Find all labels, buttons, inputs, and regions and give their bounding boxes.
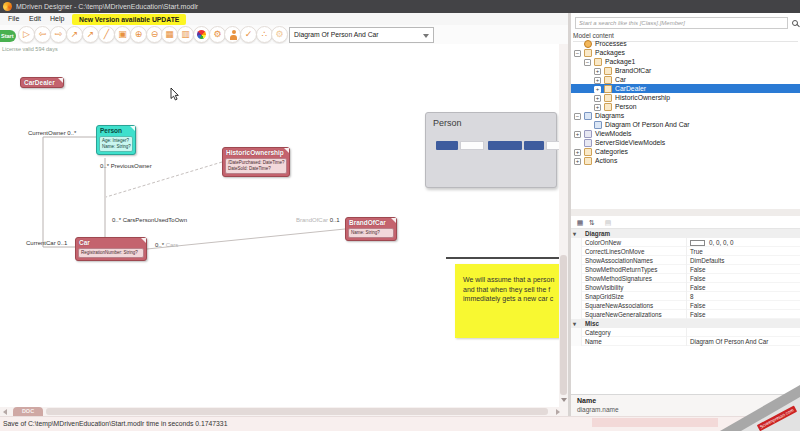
collapse-icon[interactable] bbox=[584, 59, 591, 66]
class-box-cardealer[interactable]: CarDealer bbox=[20, 77, 64, 88]
validate-check-icon[interactable]: ✓ bbox=[240, 26, 257, 43]
categorized-view-icon[interactable]: ▦ bbox=[575, 218, 585, 228]
tree-item-brandofcar[interactable]: BrandOfCar bbox=[571, 66, 800, 75]
preview-field[interactable] bbox=[460, 141, 484, 150]
preview-button[interactable] bbox=[436, 141, 458, 150]
scroll-right-icon[interactable] bbox=[556, 409, 560, 415]
property-value[interactable]: False bbox=[690, 275, 705, 282]
property-row-showmethodsignatures: ShowMethodSignaturesFalse bbox=[571, 274, 800, 283]
new-frame-icon[interactable]: ▣ bbox=[114, 26, 131, 43]
color-swatch[interactable] bbox=[690, 240, 705, 246]
property-row-squarenewassociations: SquareNewAssociationsFalse bbox=[571, 301, 800, 310]
collapse-icon[interactable] bbox=[574, 50, 581, 57]
class-attributes: /DatePurchased: DateTime? DateSold: Date… bbox=[225, 158, 287, 174]
tree-item-historicownership[interactable]: HistoricOwnership bbox=[571, 93, 800, 102]
scrollbar-thumb[interactable] bbox=[560, 255, 567, 395]
class-box-car[interactable]: Car RegistrationNumber: String? bbox=[75, 237, 147, 261]
categories-icon bbox=[584, 148, 592, 156]
settings-gear-icon[interactable]: ⚙ bbox=[271, 26, 288, 43]
grid-view-icon[interactable]: ▦ bbox=[161, 26, 178, 43]
scroll-down-icon[interactable] bbox=[561, 398, 567, 402]
panel-splitter[interactable] bbox=[571, 209, 800, 216]
expand-icon[interactable] bbox=[594, 86, 601, 93]
note-top-edge bbox=[446, 257, 568, 259]
scroll-left-icon[interactable] bbox=[3, 409, 7, 415]
expand-icon[interactable] bbox=[594, 68, 601, 75]
tree-item-serversideviewmodels[interactable]: ServerSideViewModels bbox=[571, 138, 800, 147]
start-button[interactable]: Start bbox=[0, 30, 16, 42]
property-value[interactable]: False bbox=[690, 266, 705, 273]
tree-item-diagram-of-person-and-car[interactable]: Diagram Of Person And Car bbox=[571, 120, 800, 129]
mdriven-logo-icon bbox=[3, 2, 12, 11]
menu-file[interactable]: File bbox=[8, 15, 19, 22]
class-box-person[interactable]: Person Age: Integer? Name: String? bbox=[96, 125, 136, 155]
tree-item-actions[interactable]: Actions bbox=[571, 156, 800, 165]
tree-item-packages[interactable]: Packages bbox=[571, 48, 800, 57]
property-value[interactable]: Diagram Of Person And Car bbox=[690, 338, 768, 345]
menu-help[interactable]: Help bbox=[50, 15, 64, 22]
expand-icon[interactable] bbox=[574, 149, 581, 156]
color-wheel-icon[interactable] bbox=[193, 26, 210, 43]
scrollbar-thumb[interactable] bbox=[46, 408, 548, 415]
property-value[interactable]: False bbox=[690, 284, 705, 291]
menu-edit[interactable]: Edit bbox=[29, 15, 41, 22]
attribute: Name: String? bbox=[102, 144, 130, 150]
expand-icon[interactable] bbox=[574, 131, 581, 138]
property-category-diagram[interactable]: ▾Diagram bbox=[571, 229, 800, 238]
tree-item-person[interactable]: Person bbox=[571, 102, 800, 111]
expand-icon[interactable] bbox=[594, 77, 601, 84]
tree-item-package1[interactable]: Package1 bbox=[571, 57, 800, 66]
tree-item-categories[interactable]: Categories bbox=[571, 147, 800, 156]
preview-field[interactable] bbox=[546, 141, 560, 150]
property-value[interactable]: False bbox=[690, 311, 705, 318]
sort-alphabetical-icon[interactable]: ⇅ bbox=[587, 218, 597, 228]
run-icon[interactable]: ▷ bbox=[18, 26, 35, 43]
grid-edit-icon[interactable]: ▥ bbox=[177, 26, 194, 43]
draw-line-icon[interactable]: ╱ bbox=[98, 26, 115, 43]
mdriven-designer-window: MDriven Designer - C:\temp\MDrivenEducat… bbox=[0, 0, 800, 431]
pointer-icon[interactable]: ↗ bbox=[66, 26, 83, 43]
nav-forward-icon[interactable]: ⇨ bbox=[50, 26, 67, 43]
doc-tab[interactable]: DOC bbox=[13, 407, 43, 416]
property-value[interactable]: False bbox=[690, 302, 705, 309]
property-category-misc[interactable]: ▾Misc bbox=[571, 319, 800, 328]
preview-button[interactable] bbox=[488, 141, 522, 150]
tree-item-viewmodels[interactable]: ViewModels bbox=[571, 129, 800, 138]
property-label: SnapGridSize bbox=[585, 293, 624, 300]
documentation-note[interactable]: We will assume that a person and that wh… bbox=[455, 264, 568, 338]
column-separator bbox=[686, 292, 687, 301]
search-icon[interactable] bbox=[792, 20, 798, 26]
zoom-in-icon[interactable]: ⊕ bbox=[130, 26, 147, 43]
property-label: Name bbox=[585, 338, 602, 345]
tree-item-label: Actions bbox=[595, 157, 617, 164]
canvas-horizontal-scrollbar[interactable]: DOC bbox=[0, 407, 568, 416]
expand-icon[interactable] bbox=[594, 95, 601, 102]
property-value[interactable]: DimDefaults bbox=[690, 257, 724, 264]
tree-item-cardealer[interactable]: CarDealer bbox=[571, 84, 800, 93]
nav-back-icon[interactable]: ⇦ bbox=[34, 26, 51, 43]
tree-item-label: Processes bbox=[595, 40, 627, 47]
tree-item-diagrams[interactable]: Diagrams bbox=[571, 111, 800, 120]
expand-icon[interactable] bbox=[594, 104, 601, 111]
pointer-new-icon[interactable]: ↗ bbox=[82, 26, 99, 43]
property-value[interactable]: 8 bbox=[690, 293, 694, 300]
diagram-selector[interactable]: Diagram Of Person And Car bbox=[289, 27, 434, 43]
class-box-brandofcar[interactable]: BrandOfCar Name: String? bbox=[345, 217, 397, 241]
diagram-canvas[interactable]: CarDealer Person Age: Integer? Name: Str… bbox=[0, 44, 568, 407]
role-name: Cars bbox=[166, 242, 179, 248]
tree-item-car[interactable]: Car bbox=[571, 75, 800, 84]
collapse-icon[interactable] bbox=[574, 113, 581, 120]
class-box-historicownership[interactable]: HistoricOwnership /DatePurchased: DateTi… bbox=[222, 147, 290, 177]
property-value[interactable]: 0, 0, 0, 0 bbox=[709, 239, 734, 246]
preview-button[interactable] bbox=[524, 141, 544, 150]
association-lines bbox=[0, 44, 568, 407]
search-input[interactable] bbox=[575, 17, 788, 29]
property-pages-icon[interactable]: ▤ bbox=[603, 218, 613, 228]
access-groups-icon[interactable] bbox=[224, 26, 241, 43]
canvas-vertical-scrollbar[interactable] bbox=[559, 44, 568, 407]
update-banner[interactable]: New Version available UPDATE bbox=[72, 14, 186, 25]
property-value[interactable]: True bbox=[690, 248, 703, 255]
class-icon bbox=[604, 76, 612, 84]
expand-icon[interactable] bbox=[574, 158, 581, 165]
tree-item-processes[interactable]: Processes bbox=[571, 39, 800, 48]
